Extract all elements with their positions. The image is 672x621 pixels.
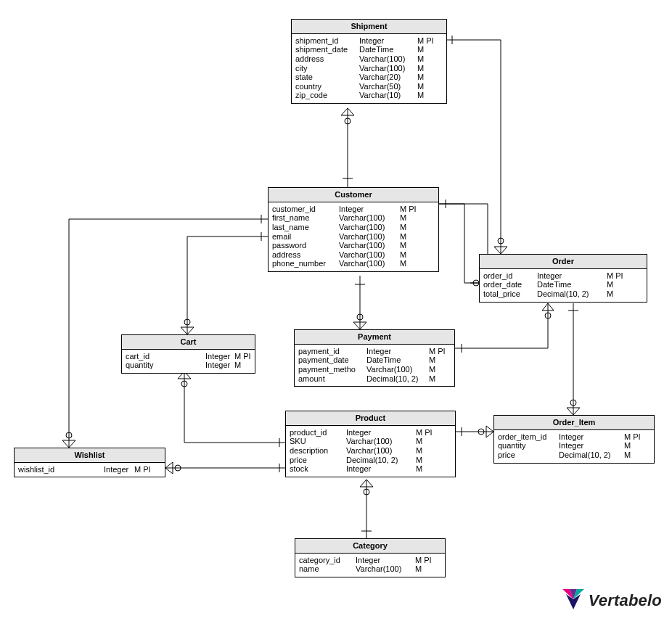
svg-point-46 [175, 465, 181, 471]
svg-point-10 [498, 238, 504, 244]
brand-logo: Vertabelo [562, 589, 662, 612]
entity-title: Order_Item [494, 416, 654, 430]
svg-point-26 [545, 313, 551, 318]
svg-point-14 [473, 280, 479, 286]
entity-order-item[interactable]: Order_Item order_item_idIntegerM PI quan… [493, 415, 655, 464]
svg-line-55 [573, 408, 580, 415]
col-name: shipment_id [295, 36, 359, 46]
entity-customer[interactable]: Customer customer_idIntegerM PI first_na… [268, 187, 439, 272]
svg-line-8 [501, 247, 507, 254]
svg-line-19 [360, 322, 366, 329]
svg-line-7 [494, 247, 501, 254]
entity-columns: order_item_idIntegerM PI quantityInteger… [494, 430, 654, 463]
svg-point-21 [357, 314, 363, 320]
svg-line-29 [187, 327, 194, 334]
svg-line-1 [341, 108, 348, 115]
entity-order[interactable]: Order order_idIntegerM PI order_dateDate… [479, 254, 647, 303]
brand-name: Vertabelo [589, 591, 662, 610]
entity-columns: product_idIntegerM PI SKUVarchar(100)M d… [286, 426, 455, 477]
entity-title: Order [480, 255, 647, 269]
svg-line-61 [366, 480, 373, 487]
entity-wishlist[interactable]: Wishlist wishlist_idIntegerM PI [14, 448, 165, 477]
entity-cart[interactable]: Cart cart_idIntegerM PI quantityIntegerM [121, 334, 255, 374]
entity-product[interactable]: Product product_idIntegerM PI SKUVarchar… [285, 411, 456, 477]
svg-line-49 [486, 432, 493, 437]
entity-columns: cart_idIntegerM PI quantityIntegerM [122, 350, 255, 373]
svg-point-36 [66, 432, 72, 438]
svg-point-63 [364, 489, 369, 495]
col-flags: M PI [417, 36, 434, 46]
svg-line-54 [567, 408, 573, 415]
svg-line-2 [348, 108, 354, 115]
svg-line-60 [360, 480, 366, 487]
entity-columns: order_idIntegerM PI order_dateDateTimeM … [480, 269, 647, 302]
entity-columns: category_idIntegerM PI nameVarchar(100)M [295, 554, 445, 577]
entity-title: Shipment [292, 20, 446, 34]
svg-line-24 [548, 303, 554, 310]
svg-line-43 [165, 462, 173, 468]
svg-line-48 [486, 426, 493, 432]
svg-line-34 [69, 440, 75, 448]
entity-title: Product [286, 411, 455, 426]
svg-point-4 [345, 118, 351, 124]
svg-point-31 [184, 319, 190, 325]
entity-columns: payment_idIntegerM PI payment_dateDateTi… [295, 345, 454, 387]
entity-columns: wishlist_idIntegerM PI [15, 463, 165, 477]
vertabelo-icon [562, 589, 584, 612]
svg-point-41 [181, 381, 187, 387]
entity-shipment[interactable]: Shipment shipment_idIntegerM PI shipment… [291, 19, 447, 104]
entity-title: Cart [122, 335, 255, 350]
entity-columns: shipment_idIntegerM PI shipment_dateDate… [292, 34, 446, 103]
entity-category[interactable]: Category category_idIntegerM PI nameVarc… [295, 538, 446, 577]
svg-line-33 [62, 440, 69, 448]
entity-title: Wishlist [15, 448, 165, 463]
svg-line-18 [353, 322, 360, 329]
col-type: Integer [359, 36, 417, 46]
svg-line-44 [165, 468, 173, 474]
entity-columns: customer_idIntegerM PI first_nameVarchar… [269, 202, 438, 271]
svg-point-57 [570, 400, 576, 406]
svg-line-28 [181, 327, 187, 334]
svg-point-51 [478, 429, 484, 435]
entity-title: Category [295, 539, 445, 554]
entity-title: Payment [295, 330, 454, 345]
svg-line-23 [542, 303, 548, 310]
entity-title: Customer [269, 188, 438, 202]
entity-payment[interactable]: Payment payment_idIntegerM PI payment_da… [294, 329, 455, 387]
